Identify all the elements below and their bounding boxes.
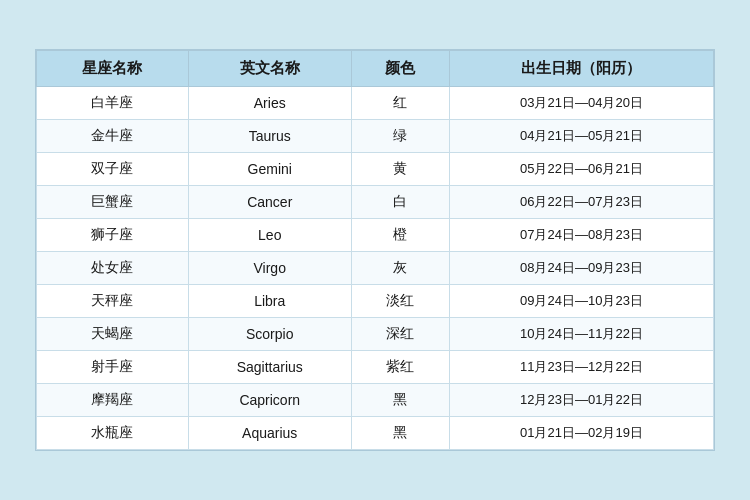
cell-color: 淡红	[351, 285, 449, 318]
cell-dates: 06月22日—07月23日	[449, 186, 713, 219]
cell-english-name: Scorpio	[188, 318, 351, 351]
cell-color: 灰	[351, 252, 449, 285]
table-row: 狮子座Leo橙07月24日—08月23日	[37, 219, 714, 252]
cell-color: 深红	[351, 318, 449, 351]
cell-english-name: Aries	[188, 87, 351, 120]
cell-chinese-name: 双子座	[37, 153, 189, 186]
cell-chinese-name: 金牛座	[37, 120, 189, 153]
cell-english-name: Aquarius	[188, 417, 351, 450]
cell-color: 紫红	[351, 351, 449, 384]
cell-chinese-name: 天蝎座	[37, 318, 189, 351]
cell-dates: 08月24日—09月23日	[449, 252, 713, 285]
cell-color: 白	[351, 186, 449, 219]
cell-english-name: Taurus	[188, 120, 351, 153]
table-row: 双子座Gemini黄05月22日—06月21日	[37, 153, 714, 186]
cell-english-name: Virgo	[188, 252, 351, 285]
zodiac-table: 星座名称 英文名称 颜色 出生日期（阳历） 白羊座Aries红03月21日—04…	[36, 50, 714, 450]
table-row: 摩羯座Capricorn黑12月23日—01月22日	[37, 384, 714, 417]
zodiac-table-container: 星座名称 英文名称 颜色 出生日期（阳历） 白羊座Aries红03月21日—04…	[35, 49, 715, 451]
cell-english-name: Gemini	[188, 153, 351, 186]
cell-chinese-name: 处女座	[37, 252, 189, 285]
cell-chinese-name: 天秤座	[37, 285, 189, 318]
header-chinese-name: 星座名称	[37, 51, 189, 87]
header-dates: 出生日期（阳历）	[449, 51, 713, 87]
cell-chinese-name: 水瓶座	[37, 417, 189, 450]
cell-chinese-name: 巨蟹座	[37, 186, 189, 219]
table-header-row: 星座名称 英文名称 颜色 出生日期（阳历）	[37, 51, 714, 87]
table-row: 天蝎座Scorpio深红10月24日—11月22日	[37, 318, 714, 351]
cell-english-name: Libra	[188, 285, 351, 318]
cell-dates: 10月24日—11月22日	[449, 318, 713, 351]
cell-chinese-name: 摩羯座	[37, 384, 189, 417]
cell-dates: 01月21日—02月19日	[449, 417, 713, 450]
cell-color: 橙	[351, 219, 449, 252]
table-body: 白羊座Aries红03月21日—04月20日金牛座Taurus绿04月21日—0…	[37, 87, 714, 450]
cell-chinese-name: 白羊座	[37, 87, 189, 120]
cell-dates: 05月22日—06月21日	[449, 153, 713, 186]
cell-color: 黄	[351, 153, 449, 186]
cell-color: 黑	[351, 384, 449, 417]
cell-color: 红	[351, 87, 449, 120]
cell-english-name: Capricorn	[188, 384, 351, 417]
table-row: 天秤座Libra淡红09月24日—10月23日	[37, 285, 714, 318]
cell-english-name: Cancer	[188, 186, 351, 219]
cell-chinese-name: 射手座	[37, 351, 189, 384]
table-row: 射手座Sagittarius紫红11月23日—12月22日	[37, 351, 714, 384]
cell-chinese-name: 狮子座	[37, 219, 189, 252]
header-color: 颜色	[351, 51, 449, 87]
cell-dates: 07月24日—08月23日	[449, 219, 713, 252]
table-row: 巨蟹座Cancer白06月22日—07月23日	[37, 186, 714, 219]
cell-color: 绿	[351, 120, 449, 153]
cell-english-name: Sagittarius	[188, 351, 351, 384]
header-english-name: 英文名称	[188, 51, 351, 87]
cell-dates: 03月21日—04月20日	[449, 87, 713, 120]
cell-dates: 04月21日—05月21日	[449, 120, 713, 153]
cell-english-name: Leo	[188, 219, 351, 252]
table-row: 白羊座Aries红03月21日—04月20日	[37, 87, 714, 120]
cell-color: 黑	[351, 417, 449, 450]
cell-dates: 11月23日—12月22日	[449, 351, 713, 384]
table-row: 水瓶座Aquarius黑01月21日—02月19日	[37, 417, 714, 450]
cell-dates: 09月24日—10月23日	[449, 285, 713, 318]
table-row: 金牛座Taurus绿04月21日—05月21日	[37, 120, 714, 153]
cell-dates: 12月23日—01月22日	[449, 384, 713, 417]
table-row: 处女座Virgo灰08月24日—09月23日	[37, 252, 714, 285]
